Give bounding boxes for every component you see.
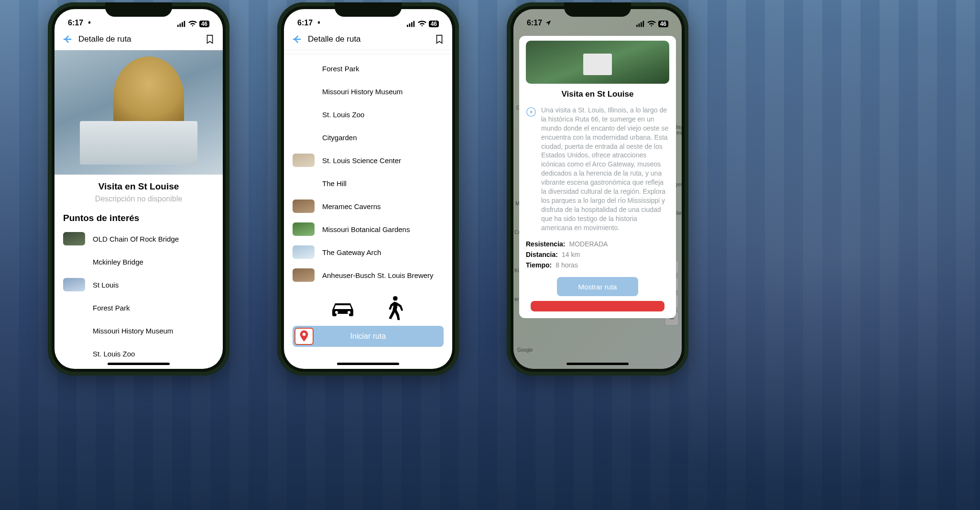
page-title: Detalle de ruta	[308, 34, 428, 44]
show-route-button[interactable]: Mostrar ruta	[557, 277, 638, 296]
poi-heading: Puntos de interés	[54, 203, 223, 227]
svg-rect-3	[184, 21, 185, 27]
poi-item[interactable]: St. Louis Zoo	[63, 342, 214, 365]
battery-badge: 46	[658, 21, 668, 27]
poi-thumbnail	[293, 200, 315, 213]
poi-item[interactable]: Meramec Caverns	[293, 195, 444, 218]
svg-point-9	[348, 311, 350, 314]
poi-label: OLD Chain Of Rock Bridge	[93, 235, 179, 243]
flame-icon	[85, 20, 94, 26]
notch	[105, 2, 172, 17]
route-subtitle: Descripción no disponible	[54, 195, 223, 203]
route-stats: Resistencia:MODERADA Distancia:14 km Tie…	[526, 239, 669, 270]
cellular-icon	[407, 21, 415, 27]
poi-item[interactable]: The Hill	[293, 172, 444, 195]
poi-label: Meramec Caverns	[322, 202, 381, 211]
app-bar: Detalle de ruta	[54, 28, 223, 50]
poi-label: Mckinley Bridge	[93, 258, 143, 266]
svg-rect-12	[638, 23, 640, 27]
poi-item[interactable]: Missouri History Museum	[293, 80, 444, 103]
poi-label: Missouri History Museum	[322, 88, 403, 96]
play-audio-icon[interactable]	[526, 107, 536, 117]
poi-label: St Louis	[93, 281, 119, 289]
show-route-label: Mostrar ruta	[578, 283, 617, 291]
wifi-icon	[647, 21, 656, 27]
poi-item[interactable]: The Gateway Arch	[293, 241, 444, 264]
svg-rect-5	[409, 23, 410, 27]
poi-thumbnail	[293, 177, 315, 190]
cellular-icon	[636, 21, 645, 27]
screen-route-modal: 6:17 46 GraftonMaryland HeightsCreve Coe…	[513, 9, 682, 369]
poi-label: Citygarden	[322, 133, 357, 142]
route-title: Visita en St Louise	[54, 181, 223, 192]
poi-list[interactable]: Forest ParkMissouri History MuseumSt. Lo…	[284, 54, 452, 287]
status-time: 6:17	[68, 19, 83, 27]
poi-label: St. Louis Zoo	[322, 111, 364, 119]
poi-thumbnail	[293, 245, 315, 259]
pedestrian-icon[interactable]	[378, 295, 409, 321]
poi-item[interactable]: Citygarden	[293, 126, 444, 149]
home-indicator[interactable]	[108, 363, 170, 365]
poi-label: Missouri History Museum	[93, 327, 173, 335]
svg-point-10	[393, 296, 398, 301]
poi-item[interactable]: OLD Chain Of Rock Bridge	[63, 227, 214, 250]
car-icon[interactable]	[327, 295, 358, 321]
svg-rect-6	[411, 22, 413, 27]
poi-thumbnail	[63, 278, 85, 291]
start-route-button[interactable]: Iniciar ruta	[293, 326, 444, 347]
screen-route-detail-top: 6:17 46 Detalle de ruta Visita en St Lou…	[54, 9, 223, 369]
phone-mockup-2: 6:17 46 Detalle de ruta Forest ParkMisso…	[277, 2, 459, 376]
poi-list[interactable]: OLD Chain Of Rock BridgeMckinley BridgeS…	[54, 227, 223, 365]
poi-item[interactable]: Anheuser-Busch St. Louis Brewery	[293, 264, 444, 287]
poi-item[interactable]: St. Louis Zoo	[293, 103, 444, 126]
poi-thumbnail	[63, 301, 85, 314]
poi-item[interactable]: Forest Park	[63, 296, 214, 319]
transport-mode-row	[284, 295, 452, 321]
poi-thumbnail	[63, 324, 85, 337]
poi-label: Forest Park	[93, 304, 130, 312]
back-arrow-icon[interactable]	[292, 34, 302, 44]
notch	[335, 2, 402, 17]
start-route-label: Iniciar ruta	[350, 332, 386, 341]
poi-item[interactable]: St Louis	[63, 273, 214, 296]
svg-rect-13	[641, 22, 642, 27]
stat-distance-label: Distancia:	[526, 251, 558, 258]
wifi-icon	[188, 21, 197, 27]
poi-item[interactable]: Missouri History Museum	[63, 319, 214, 342]
bookmark-icon[interactable]	[434, 34, 445, 44]
poi-thumbnail	[293, 268, 315, 282]
secondary-red-button[interactable]	[531, 301, 664, 311]
modal-description: Una visita a St. Louis, Illinois, a lo l…	[541, 106, 669, 232]
poi-item[interactable]: Mckinley Bridge	[63, 250, 214, 273]
svg-rect-4	[407, 25, 408, 27]
poi-item[interactable]: Missouri Botanical Gardens	[293, 218, 444, 241]
phone-mockup-1: 6:17 46 Detalle de ruta Visita en St Lou…	[48, 2, 229, 376]
poi-thumbnail	[63, 232, 85, 245]
poi-thumbnail	[293, 108, 315, 121]
svg-rect-1	[179, 23, 181, 27]
modal-hero-image	[526, 41, 669, 84]
poi-thumbnail	[293, 62, 315, 75]
bookmark-icon[interactable]	[205, 34, 215, 44]
svg-rect-0	[177, 25, 179, 27]
stat-distance-value: 14 km	[562, 251, 580, 258]
poi-item[interactable]: St. Louis Science Center	[293, 149, 444, 172]
back-arrow-icon[interactable]	[62, 34, 73, 44]
stat-resistance-label: Resistencia:	[526, 240, 565, 248]
status-time: 6:17	[297, 19, 313, 27]
page-title: Detalle de ruta	[78, 34, 199, 44]
route-pin-icon	[294, 328, 314, 345]
home-indicator[interactable]	[337, 363, 399, 365]
location-arrow-icon	[544, 20, 553, 26]
wifi-icon	[418, 21, 426, 27]
poi-item[interactable]: Forest Park	[293, 57, 444, 80]
battery-badge: 46	[199, 21, 209, 27]
svg-rect-7	[413, 21, 414, 27]
stat-time-label: Tiempo:	[526, 261, 552, 269]
poi-label: Forest Park	[322, 65, 359, 73]
poi-label: St. Louis Zoo	[93, 350, 135, 358]
poi-label: The Hill	[322, 179, 347, 188]
cellular-icon	[177, 21, 186, 27]
home-indicator[interactable]	[566, 363, 629, 365]
phone-mockup-3: 6:17 46 GraftonMaryland HeightsCreve Coe…	[507, 2, 688, 376]
